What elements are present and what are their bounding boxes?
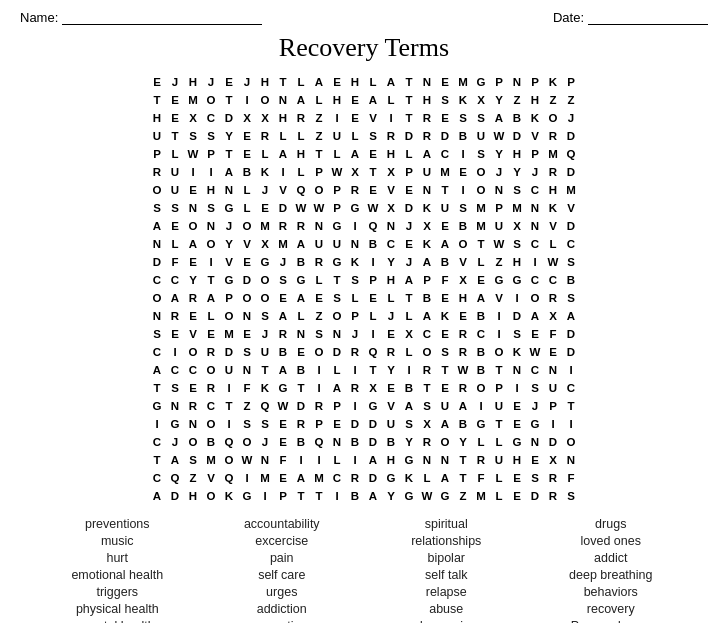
grid-cell: E bbox=[436, 109, 454, 127]
grid-cell: N bbox=[148, 235, 166, 253]
grid-cell: E bbox=[454, 163, 472, 181]
grid-cell: L bbox=[292, 163, 310, 181]
date-field: Date: bbox=[553, 10, 708, 25]
grid-cell: J bbox=[526, 397, 544, 415]
word-item: drugs bbox=[534, 517, 689, 531]
grid-cell: E bbox=[310, 289, 328, 307]
grid-cell: E bbox=[148, 73, 166, 91]
grid-cell: T bbox=[256, 361, 274, 379]
grid-cell: A bbox=[148, 217, 166, 235]
grid-cell: D bbox=[562, 127, 580, 145]
grid-cell: V bbox=[364, 109, 382, 127]
grid-cell: X bbox=[418, 415, 436, 433]
grid-cell: B bbox=[472, 361, 490, 379]
grid-cell: H bbox=[508, 253, 526, 271]
grid-cell: G bbox=[220, 271, 238, 289]
grid-cell: X bbox=[418, 217, 436, 235]
grid-cell: L bbox=[400, 343, 418, 361]
grid-cell: A bbox=[202, 289, 220, 307]
grid-cell: V bbox=[274, 181, 292, 199]
grid-cell: L bbox=[544, 235, 562, 253]
grid-cell: W bbox=[544, 253, 562, 271]
grid-cell: R bbox=[346, 181, 364, 199]
grid-cell: S bbox=[184, 127, 202, 145]
grid-cell: P bbox=[490, 379, 508, 397]
grid-cell: I bbox=[202, 253, 220, 271]
grid-cell: U bbox=[256, 343, 274, 361]
grid-cell: R bbox=[184, 289, 202, 307]
grid-cell: O bbox=[472, 379, 490, 397]
grid-cell: O bbox=[526, 289, 544, 307]
grid-cell: O bbox=[310, 343, 328, 361]
grid-cell: B bbox=[400, 379, 418, 397]
grid-cell: T bbox=[364, 163, 382, 181]
grid-cell: C bbox=[544, 271, 562, 289]
grid-cell: U bbox=[148, 127, 166, 145]
grid-cell: R bbox=[310, 253, 328, 271]
grid-cell: G bbox=[472, 73, 490, 91]
grid-cell: A bbox=[310, 73, 328, 91]
grid-cell: Y bbox=[382, 361, 400, 379]
grid-cell: A bbox=[328, 379, 346, 397]
grid-cell: T bbox=[148, 91, 166, 109]
grid-cell: S bbox=[454, 109, 472, 127]
grid-cell: N bbox=[526, 217, 544, 235]
grid-cell: G bbox=[508, 433, 526, 451]
grid-cell: H bbox=[328, 91, 346, 109]
grid-cell: A bbox=[148, 487, 166, 505]
grid-cell: E bbox=[364, 145, 382, 163]
date-underline bbox=[588, 11, 708, 25]
grid-cell: S bbox=[400, 415, 418, 433]
grid-cell: M bbox=[202, 451, 220, 469]
grid-cell: Q bbox=[562, 145, 580, 163]
header: Name: Date: bbox=[20, 10, 708, 25]
grid-row: TEMOTIONALHEALTHSKXYZHZZ bbox=[148, 91, 580, 109]
grid-cell: C bbox=[562, 379, 580, 397]
grid-cell: K bbox=[346, 253, 364, 271]
grid-cell: P bbox=[400, 163, 418, 181]
grid-cell: I bbox=[472, 397, 490, 415]
grid-row: HEXCDXXHRZIEVITRESSABKOJ bbox=[148, 109, 580, 127]
grid-cell: Z bbox=[544, 91, 562, 109]
grid-cell: U bbox=[166, 181, 184, 199]
grid-cell: O bbox=[202, 235, 220, 253]
grid-cell: R bbox=[382, 127, 400, 145]
grid-cell: I bbox=[310, 451, 328, 469]
grid-cell: I bbox=[364, 253, 382, 271]
grid-cell: G bbox=[382, 469, 400, 487]
grid-cell: T bbox=[310, 145, 328, 163]
grid-cell: N bbox=[490, 181, 508, 199]
grid-cell: L bbox=[400, 145, 418, 163]
grid-cell: C bbox=[148, 343, 166, 361]
grid-cell: L bbox=[382, 91, 400, 109]
grid-cell: C bbox=[328, 469, 346, 487]
grid-cell: J bbox=[256, 433, 274, 451]
grid-cell: R bbox=[292, 415, 310, 433]
grid-cell: D bbox=[526, 487, 544, 505]
grid-row: OUEHNLJVQOPREVENTIONSCHM bbox=[148, 181, 580, 199]
grid-cell: I bbox=[220, 415, 238, 433]
grid-row: CQZVQIMEAMCRDGKLATFLESRF bbox=[148, 469, 580, 487]
grid-cell: R bbox=[418, 361, 436, 379]
grid-cell: S bbox=[166, 199, 184, 217]
grid-cell: R bbox=[202, 343, 220, 361]
grid-cell: A bbox=[418, 145, 436, 163]
grid-cell: A bbox=[436, 415, 454, 433]
grid-cell: K bbox=[436, 307, 454, 325]
grid-cell: O bbox=[148, 181, 166, 199]
grid-cell: S bbox=[472, 145, 490, 163]
grid-cell: T bbox=[472, 235, 490, 253]
grid-cell: T bbox=[328, 271, 346, 289]
grid-row: EJHJEJHTLAEHLATNEMGPNPKP bbox=[148, 73, 580, 91]
grid-cell: D bbox=[562, 343, 580, 361]
grid-cell: R bbox=[544, 487, 562, 505]
grid-cell: L bbox=[346, 127, 364, 145]
grid-cell: X bbox=[382, 163, 400, 181]
grid-cell: S bbox=[472, 109, 490, 127]
grid-cell: O bbox=[148, 289, 166, 307]
grid-cell: E bbox=[346, 91, 364, 109]
grid-cell: D bbox=[292, 397, 310, 415]
grid-cell: S bbox=[508, 325, 526, 343]
grid-cell: O bbox=[202, 361, 220, 379]
grid-cell: M bbox=[454, 73, 472, 91]
